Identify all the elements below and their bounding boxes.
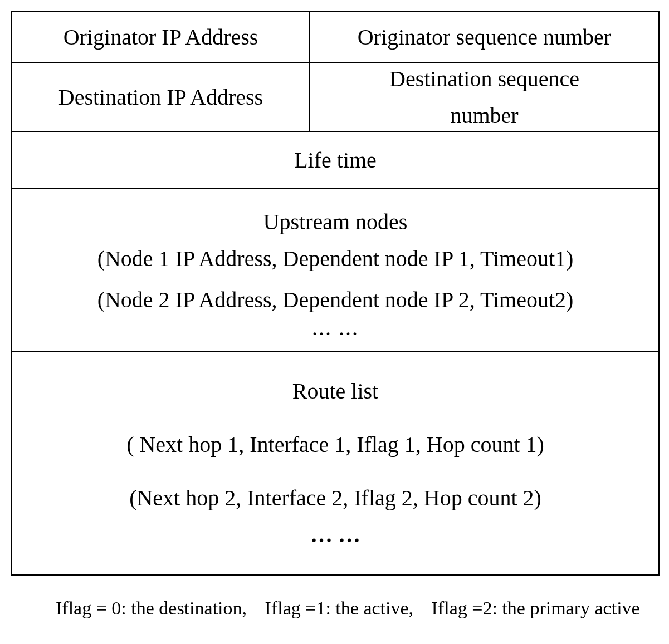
route-entry-2: (Next hop 2, Interface 2, Iflag 2, Hop c…	[129, 483, 541, 513]
upstream-entry-2: (Node 2 IP Address, Dependent node IP 2,…	[97, 285, 574, 315]
route-ellipsis: … …	[310, 520, 360, 550]
row-originator: Originator IP Address Originator sequenc…	[12, 12, 658, 63]
iflag-legend: Iflag = 0: the destination, Iflag =1: th…	[56, 598, 658, 619]
dest-seq-l2: number	[450, 101, 518, 131]
lifetime-label: Life time	[12, 132, 658, 188]
destination-seq-label: Destination sequence number	[310, 63, 658, 131]
upstream-title: Upstream nodes	[263, 207, 408, 237]
originator-ip-label: Originator IP Address	[12, 12, 310, 62]
packet-table: Originator IP Address Originator sequenc…	[11, 11, 660, 576]
legend-iflag-1: Iflag =1: the active,	[265, 598, 414, 618]
legend-iflag-0: Iflag = 0: the destination,	[56, 598, 247, 618]
row-route-list: Route list ( Next hop 1, Interface 1, If…	[12, 352, 658, 574]
row-lifetime: Life time	[12, 132, 658, 189]
legend-iflag-2: Iflag =2: the primary active	[432, 598, 640, 618]
destination-ip-label: Destination IP Address	[12, 63, 310, 131]
originator-seq-label: Originator sequence number	[310, 12, 658, 62]
dest-seq-l1: Destination sequence	[389, 64, 579, 94]
route-entry-1: ( Next hop 1, Interface 1, Iflag 1, Hop …	[126, 430, 544, 460]
upstream-entry-1: (Node 1 IP Address, Dependent node IP 1,…	[97, 244, 574, 274]
route-title: Route list	[292, 376, 378, 406]
route-block: Route list ( Next hop 1, Interface 1, If…	[12, 352, 658, 574]
upstream-ellipsis: ... ...	[312, 313, 359, 343]
row-upstream-nodes: Upstream nodes (Node 1 IP Address, Depen…	[12, 189, 658, 352]
row-destination: Destination IP Address Destination seque…	[12, 63, 658, 132]
upstream-block: Upstream nodes (Node 1 IP Address, Depen…	[12, 189, 658, 351]
